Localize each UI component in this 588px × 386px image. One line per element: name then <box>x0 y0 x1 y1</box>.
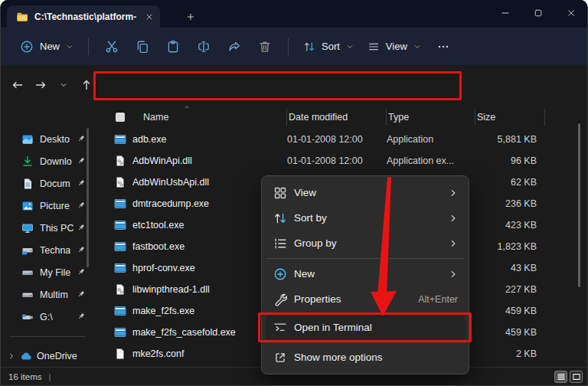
menu-item-new[interactable]: New <box>266 261 465 286</box>
column-header-date[interactable]: Date modified <box>287 109 387 126</box>
caret-up-icon <box>183 103 191 111</box>
column-header-type[interactable]: Type <box>387 109 475 126</box>
thumbnail-view-toggle[interactable] <box>570 371 583 383</box>
file-name: adb.exe <box>132 134 166 145</box>
menu-item-view[interactable]: View <box>266 180 465 205</box>
view-toggles <box>554 371 583 383</box>
copy-button[interactable] <box>127 34 158 59</box>
file-name: dmtracedump.exe <box>132 198 209 209</box>
menu-item-label: Properties <box>294 293 341 305</box>
maximize-button[interactable] <box>521 0 554 25</box>
column-header-size[interactable]: Size <box>475 109 545 126</box>
pin-icon <box>77 312 86 321</box>
delete-button[interactable] <box>250 34 280 59</box>
paste-button[interactable] <box>158 34 188 59</box>
file-size: 1,823 KB <box>475 241 587 252</box>
sidebar-item-label: G:\ <box>40 312 53 322</box>
close-button[interactable] <box>554 0 587 25</box>
delete-icon <box>258 40 272 54</box>
sidebar-item-multim[interactable]: Multim <box>1 283 93 306</box>
sort-button-label: Sort <box>322 41 340 52</box>
pin-icon <box>77 156 86 165</box>
table-row[interactable]: AdbWinApi.dll 01-01-2008 12:00 Applicati… <box>93 150 587 172</box>
details-view-toggle[interactable] <box>554 371 567 383</box>
menu-item-sort-by[interactable]: Sort by <box>266 205 465 231</box>
pin-icon <box>77 290 86 299</box>
sidebar-scrollbar[interactable] <box>87 128 89 267</box>
share-icon <box>227 40 241 54</box>
grid-view-icon <box>273 186 287 200</box>
share-button[interactable] <box>219 34 250 59</box>
file-type: Application <box>387 134 475 145</box>
recent-locations-button[interactable] <box>52 74 74 96</box>
pin-icon <box>77 134 86 143</box>
select-all-checkbox[interactable] <box>116 113 125 122</box>
sidebar-item-picture[interactable]: Picture <box>1 195 93 217</box>
file-name: AdbWinUsbApi.dll <box>132 177 209 188</box>
menu-item-group-by[interactable]: Group by <box>266 231 465 256</box>
sort-button[interactable]: Sort <box>296 36 361 57</box>
menu-divider <box>266 258 464 259</box>
menu-item-properties[interactable]: Properties Alt+Enter <box>266 286 465 312</box>
menu-item-open-in-terminal[interactable]: Open in Terminal <box>266 315 465 340</box>
downloads-icon <box>21 155 34 168</box>
sidebar-item-downlo[interactable]: Downlo <box>1 150 93 172</box>
minimize-button[interactable] <box>488 0 521 25</box>
sidebar-item-docum[interactable]: Docum <box>1 172 93 195</box>
sidebar-divider <box>10 336 85 337</box>
view-button-label: View <box>386 41 407 52</box>
sidebar-item-deskto[interactable]: Deskto <box>1 128 93 150</box>
new-button[interactable]: New <box>13 35 80 58</box>
file-type: Application ex... <box>387 155 475 166</box>
rename-button[interactable] <box>188 34 219 59</box>
forward-button[interactable] <box>29 74 51 96</box>
toolbar-divider <box>288 38 289 55</box>
item-count: 16 items <box>8 372 41 381</box>
chevron-right-icon[interactable] <box>8 352 15 360</box>
table-row[interactable]: adb.exe 01-01-2008 12:00 Application 5,8… <box>93 129 587 150</box>
dll-file-icon <box>114 176 126 188</box>
view-button[interactable]: View <box>361 36 428 57</box>
chevron-right-icon <box>449 239 458 248</box>
back-arrow-icon <box>11 79 24 91</box>
see-more-button[interactable] <box>428 34 459 59</box>
sidebar-item-onedrive[interactable]: OneDrive <box>1 345 93 367</box>
chevron-down-icon <box>60 81 67 89</box>
menu-item-show-more-options[interactable]: Show more options <box>266 345 465 370</box>
tab-close-icon[interactable] <box>145 12 154 21</box>
file-size: 227 KB <box>475 284 587 295</box>
copy-icon <box>136 40 149 54</box>
address-row: « Technastic (C:)›Technastic›platform-to… <box>1 65 587 105</box>
dll-file-icon <box>114 283 126 296</box>
sidebar-item-thispc[interactable]: This PC <box>1 217 93 239</box>
new-tab-button[interactable] <box>181 8 200 26</box>
sidebar-item-g[interactable]: G:\ <box>1 306 93 328</box>
group-by-icon <box>273 237 287 250</box>
sidebar-item-label: Multim <box>40 290 68 300</box>
sidebar-item-myfile[interactable]: My File <box>1 261 93 283</box>
exe-file-icon <box>114 198 126 210</box>
sidebar-item-label: Techna <box>40 245 70 256</box>
chevron-down-icon <box>413 43 421 51</box>
minimize-icon <box>501 8 510 18</box>
file-icon <box>114 348 126 360</box>
menu-item-label: New <box>294 268 315 280</box>
file-size: 459 KB <box>475 306 587 316</box>
back-button[interactable] <box>6 74 28 96</box>
sidebar-item-techna[interactable]: Techna <box>1 239 93 261</box>
view-lines-icon <box>368 41 380 53</box>
up-button[interactable] <box>75 74 97 96</box>
column-header-name[interactable]: Name <box>114 109 287 126</box>
column-label: Size <box>477 112 495 123</box>
cut-button[interactable] <box>96 34 127 59</box>
exe-file-icon <box>114 240 126 253</box>
plus-icon <box>186 12 195 21</box>
sidebar-item-label: Docum <box>40 178 70 189</box>
file-list-scrollbar[interactable] <box>578 123 580 287</box>
terminal-icon <box>273 321 287 335</box>
dll-file-icon <box>114 155 126 167</box>
cut-icon <box>105 40 119 54</box>
explorer-tab[interactable]: C:\Technastic\platform- <box>7 5 160 28</box>
file-size: 96 KB <box>475 155 587 166</box>
pictures-icon <box>21 200 34 212</box>
